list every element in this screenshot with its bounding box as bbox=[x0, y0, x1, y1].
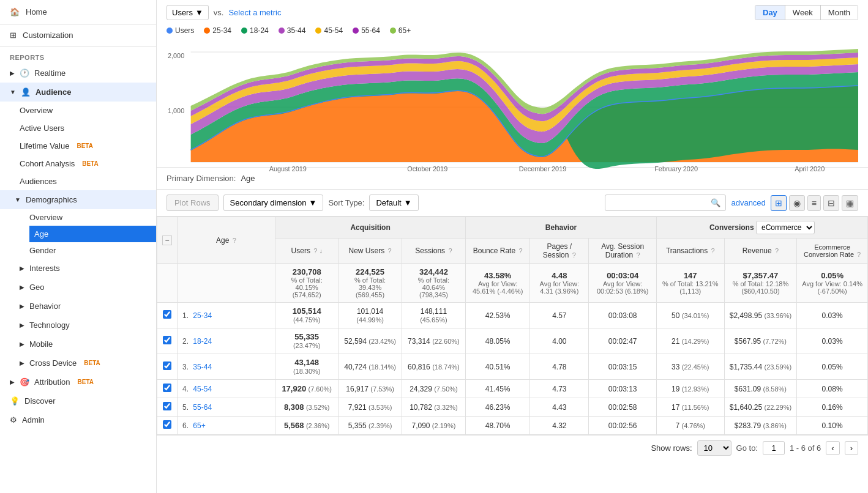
row-pages-session: 4.57 bbox=[530, 303, 589, 328]
sidebar-item-mobile[interactable]: ▶ Mobile bbox=[0, 335, 156, 354]
row-new-users-val: 7,921 bbox=[348, 403, 367, 412]
row-new-users-val: 40,724 bbox=[344, 363, 367, 371]
row-num: 5. bbox=[182, 403, 189, 412]
sidebar-item-demo-overview[interactable]: Overview bbox=[29, 209, 156, 226]
th-sessions[interactable]: Sessions ? bbox=[402, 239, 465, 264]
list-view-icon[interactable]: ≡ bbox=[807, 195, 821, 211]
row-age-cell: 3. 35-44 bbox=[178, 354, 275, 380]
row-users-val: 17,920 bbox=[282, 384, 306, 393]
sidebar-item-cross-device[interactable]: ▶ Cross Device BETA bbox=[0, 354, 156, 373]
sidebar-item-behavior[interactable]: ▶ Behavior bbox=[0, 297, 156, 316]
sidebar-item-overview[interactable]: Overview bbox=[20, 102, 156, 119]
users-sort-icon[interactable]: ↓ bbox=[320, 248, 323, 254]
rows-per-page-select[interactable]: 10 25 50 100 bbox=[697, 440, 731, 456]
sidebar-item-cohort-analysis[interactable]: Cohort Analysis BETA bbox=[20, 155, 156, 172]
th-new-users[interactable]: New Users ? bbox=[339, 239, 402, 264]
goto-page-input[interactable] bbox=[763, 441, 785, 455]
dropdown-arrow-icon: ▼ bbox=[195, 8, 203, 17]
realtime-label: Realtime bbox=[34, 69, 65, 78]
ecommerce-select[interactable]: eCommerce bbox=[756, 221, 815, 234]
th-ecommerce-conv[interactable]: Ecommerce Conversion Rate ? bbox=[797, 239, 868, 264]
row-age-link[interactable]: 35-44 bbox=[193, 363, 212, 371]
pivot-view-icon[interactable]: ⊟ bbox=[823, 195, 839, 211]
select-metric-link[interactable]: Select a metric bbox=[228, 8, 281, 17]
secondary-dimension-dropdown[interactable]: Secondary dimension ▼ bbox=[223, 195, 324, 211]
row-new-users: 52,594 (23.42%) bbox=[339, 328, 402, 354]
th-age[interactable]: Age ? bbox=[178, 217, 275, 264]
sidebar-item-active-users[interactable]: Active Users bbox=[20, 119, 156, 137]
sidebar-item-audience[interactable]: ▼ 👤 Audience bbox=[0, 83, 156, 102]
sidebar-item-interests[interactable]: ▶ Interests bbox=[0, 259, 156, 278]
time-btn-week[interactable]: Week bbox=[785, 6, 821, 20]
row-transactions-val: 7 bbox=[675, 421, 679, 430]
row-sessions-val: 24,329 bbox=[410, 385, 432, 393]
sidebar-item-attribution[interactable]: ▶ 🎯 Attribution BETA bbox=[0, 373, 156, 391]
th-transactions[interactable]: Transactions ? bbox=[656, 239, 724, 264]
plot-rows-button[interactable]: Plot Rows bbox=[166, 195, 219, 211]
collapse-icon[interactable]: − bbox=[162, 235, 172, 245]
sidebar-item-discover[interactable]: 💡 Discover bbox=[0, 391, 156, 410]
row-avg-session: 00:02:58 bbox=[589, 398, 657, 417]
total-avg-session: 00:03:04 Avg for View: 00:02:53 (6.18%) bbox=[589, 264, 657, 303]
sidebar-item-demographics[interactable]: ▼ Demographics bbox=[0, 190, 156, 209]
sidebar-item-age[interactable]: Age bbox=[29, 226, 156, 242]
avg-session-help-icon: ? bbox=[636, 251, 640, 259]
time-btn-day[interactable]: Day bbox=[755, 6, 785, 20]
row-checkbox-cell bbox=[157, 398, 178, 417]
sidebar-item-gender[interactable]: Gender bbox=[29, 242, 156, 259]
audiences-label: Audiences bbox=[20, 177, 57, 186]
row-revenue-val: $631.09 bbox=[735, 385, 761, 393]
row-age-link[interactable]: 45-54 bbox=[193, 385, 212, 393]
sort-default-dropdown[interactable]: Default ▼ bbox=[369, 195, 418, 211]
row-ecommerce-conv: 0.08% bbox=[797, 380, 868, 398]
th-users[interactable]: Users ? ↓ bbox=[275, 239, 339, 264]
row-revenue-val: $283.79 bbox=[735, 421, 761, 430]
table-row: 4. 45-54 17,920 (7.60%) 16,917 (7.53%) 2… bbox=[157, 380, 868, 398]
sidebar-item-realtime[interactable]: ▶ 🕐 Realtime bbox=[0, 64, 156, 83]
row-users: 43,148 (18.30%) bbox=[275, 354, 339, 380]
row-revenue: $1,735.44 (23.59%) bbox=[724, 354, 797, 380]
sessions-label: Sessions bbox=[415, 247, 445, 255]
search-icon[interactable]: 🔍 bbox=[711, 198, 720, 207]
sidebar-item-geo[interactable]: ▶ Geo bbox=[0, 278, 156, 297]
grid-view-icon[interactable]: ⊞ bbox=[771, 195, 787, 211]
sidebar-item-technology[interactable]: ▶ Technology bbox=[0, 316, 156, 335]
row-age-link[interactable]: 55-64 bbox=[193, 403, 212, 412]
time-btn-month[interactable]: Month bbox=[821, 6, 858, 20]
row-age-link[interactable]: 18-24 bbox=[193, 337, 212, 346]
row-age-link[interactable]: 65+ bbox=[193, 421, 205, 430]
sort-arrow-icon: ▼ bbox=[404, 198, 412, 207]
sidebar-item-admin[interactable]: ⚙ Admin bbox=[0, 410, 156, 429]
th-bounce-rate[interactable]: Bounce Rate ? bbox=[466, 239, 530, 264]
row-checkbox-1[interactable] bbox=[163, 336, 171, 344]
metric-dropdown[interactable]: Users ▼ bbox=[166, 5, 209, 20]
pie-view-icon[interactable]: ◉ bbox=[789, 195, 805, 211]
row-revenue-pct: (23.59%) bbox=[764, 363, 791, 371]
customization-nav-item[interactable]: ⊞ Customization bbox=[0, 24, 156, 46]
overview-label: Overview bbox=[20, 106, 53, 115]
next-page-button[interactable]: › bbox=[845, 441, 858, 455]
sidebar-item-audiences[interactable]: Audiences bbox=[20, 172, 156, 190]
row-checkbox-2[interactable] bbox=[163, 361, 171, 370]
search-input[interactable] bbox=[610, 198, 708, 207]
prev-page-button[interactable]: ‹ bbox=[826, 441, 839, 455]
home-nav-item[interactable]: 🏠 Home bbox=[0, 0, 156, 24]
advanced-link[interactable]: advanced bbox=[731, 198, 765, 207]
row-checkbox-0[interactable] bbox=[163, 310, 171, 319]
th-revenue[interactable]: Revenue ? bbox=[724, 239, 797, 264]
th-avg-session[interactable]: Avg. Session Duration ? bbox=[589, 239, 657, 264]
total-pages-session: 4.48 Avg for View: 4.31 (3.96%) bbox=[530, 264, 589, 303]
sidebar-item-lifetime-value[interactable]: Lifetime Value BETA bbox=[20, 137, 156, 155]
row-checkbox-3[interactable] bbox=[163, 384, 171, 392]
total-sessions-pct: % of Total: 40.64% (798,345) bbox=[407, 276, 460, 298]
primary-dimension-label: Primary Dimension: bbox=[166, 174, 236, 183]
row-checkbox-5[interactable] bbox=[163, 420, 171, 429]
row-users: 55,335 (23.47%) bbox=[275, 328, 339, 354]
secondary-dim-label: Secondary dimension bbox=[230, 198, 307, 207]
svg-text:April 2020: April 2020 bbox=[795, 165, 825, 172]
th-pages-session[interactable]: Pages / Session ? bbox=[530, 239, 589, 264]
row-checkbox-4[interactable] bbox=[163, 402, 171, 410]
bar-view-icon[interactable]: ▦ bbox=[842, 195, 858, 211]
row-age-link[interactable]: 25-34 bbox=[193, 311, 212, 320]
legend-label-45-54: 45-54 bbox=[324, 26, 343, 35]
